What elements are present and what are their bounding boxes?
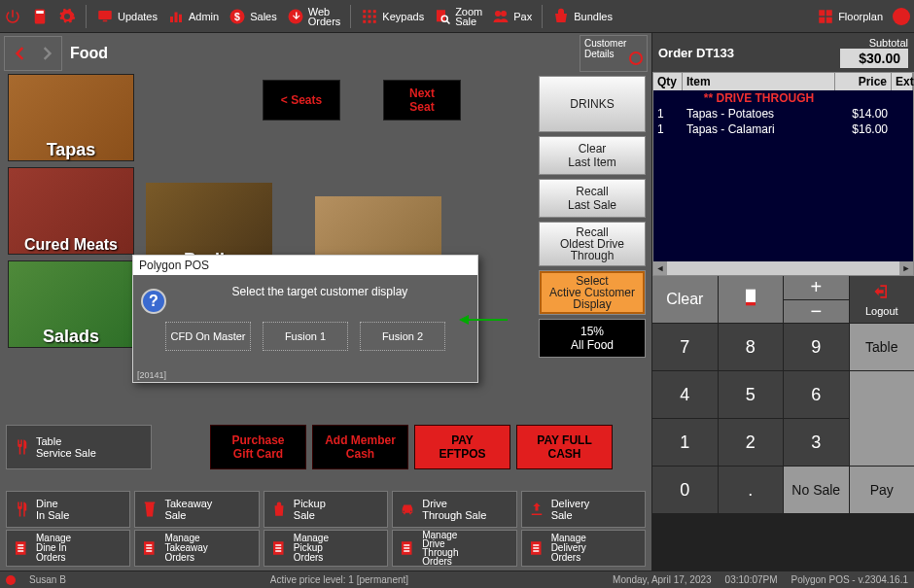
discount-15-button[interactable]: 15% All Food [539,319,646,358]
keypads-menu[interactable]: Keypads [361,8,424,25]
power-button[interactable] [4,8,21,25]
top-menu: Updates Admin $Sales Web Orders Keypads … [0,0,914,33]
manage-pickup-button[interactable]: Manage Pickup Orders [264,530,388,567]
keypads-label: Keypads [382,11,424,22]
recall-last-sale-button[interactable]: Recall Last Sale [539,179,646,218]
key-2[interactable]: 2 [719,419,784,466]
order-panel: Order DT133 Subtotal $30.00 Qty Item Pri… [651,33,914,571]
web-orders-menu[interactable]: Web Orders [287,7,341,26]
key-1[interactable]: 1 [652,419,718,466]
svg-rect-34 [746,302,756,305]
record-button[interactable] [893,8,910,25]
pickup-sale-button[interactable]: Pickup Sale [264,491,388,528]
manage-drive-button[interactable]: Manage Drive Through Orders [392,530,516,567]
key-6[interactable]: 6 [784,371,849,418]
updates-label: Updates [118,11,158,22]
select-display-dialog: Polygon POS ? Select the target customer… [132,255,478,383]
table-row[interactable]: 1Tapas - Calamari$16.00 [653,121,913,137]
delivery-sale-button[interactable]: Delivery Sale [521,491,646,528]
svg-line-21 [447,20,450,23]
svg-rect-10 [364,10,367,13]
list-icon [528,539,545,557]
key-9[interactable]: 9 [784,324,849,370]
admin-label: Admin [189,11,219,22]
sales-menu[interactable]: $Sales [228,8,277,25]
scroll-left-icon[interactable]: ◄ [653,261,667,275]
subtotal-amount: $30.00 [840,49,908,68]
fusion-2-button[interactable]: Fusion 2 [360,322,445,351]
drive-through-sale-button[interactable]: Drive Through Sale [392,491,516,528]
table-service-sale-button[interactable]: Table Service Sale [6,425,152,469]
bundles-menu[interactable]: Bundles [552,8,613,25]
svg-rect-26 [819,17,825,22]
key-7[interactable]: 7 [652,324,718,370]
scroll-right-icon[interactable]: ► [899,261,913,275]
next-seat-button[interactable]: Next Seat [383,80,461,121]
svg-rect-14 [369,15,371,17]
qty-minus[interactable]: − [784,300,849,324]
takeaway-sale-button[interactable]: Takeaway Sale [134,491,259,528]
no-sale-button[interactable]: No Sale [784,467,849,513]
admin-menu[interactable]: Admin [167,8,219,25]
blank-button[interactable] [850,371,915,466]
category-nav [4,36,62,71]
list-icon [13,539,30,557]
clear-last-item-button[interactable]: Clear Last Item [539,136,646,175]
key-5[interactable]: 5 [719,371,784,418]
pax-label: Pax [513,11,532,22]
updates-menu[interactable]: Updates [96,8,158,25]
key-8[interactable]: 8 [719,324,784,370]
svg-rect-2 [98,11,112,19]
customer-details-button[interactable]: Customer Details [580,35,648,72]
pay-button[interactable]: Pay [850,467,915,513]
svg-rect-3 [103,19,108,21]
logout-button[interactable]: Logout [850,276,915,323]
col-ext: Ext [892,73,913,90]
key-dot[interactable]: . [719,467,784,513]
floorplan-menu[interactable]: Floorplan [817,8,883,25]
key-4[interactable]: 4 [652,371,718,418]
prev-seat-button[interactable]: < Seats [263,80,340,121]
payment-row: Purchase Gift Card Add Member Cash PAY E… [210,425,613,469]
key-3[interactable]: 3 [784,419,849,466]
clear-button[interactable]: Clear [652,276,718,323]
cup-icon [141,501,158,518]
h-scrollbar[interactable]: ◄► [653,261,913,275]
qty-plus-minus[interactable]: +− [784,276,849,323]
dine-in-sale-button[interactable]: Dine In Sale [6,491,130,528]
manage-dine-in-button[interactable]: Manage Dine In Orders [6,530,130,567]
nav-back[interactable] [5,37,33,70]
svg-rect-18 [373,19,376,22]
fusion-1-button[interactable]: Fusion 1 [263,322,348,351]
gift-card-button[interactable]: Purchase Gift Card [210,425,306,469]
table-row[interactable]: 1Tapas - Potatoes$14.00 [653,106,913,121]
manage-takeaway-button[interactable]: Manage Takeaway Orders [134,530,259,567]
status-version: Polygon POS - v.2304.16.1 [791,574,908,585]
sales-label: Sales [250,11,277,22]
download-icon [287,8,304,25]
pay-eftpos-button[interactable]: PAY EFTPOS [414,425,510,469]
status-time: 03:10:07PM [725,574,778,585]
zoom-sale-menu[interactable]: Zoom Sale [434,7,482,26]
pax-menu[interactable]: Pax [492,8,532,25]
svg-rect-6 [179,14,182,21]
svg-rect-17 [369,19,371,22]
recall-oldest-drive-button[interactable]: Recall Oldest Drive Through [539,222,646,266]
nav-forward[interactable] [33,37,61,70]
list-icon [141,539,158,557]
pay-full-cash-button[interactable]: PAY FULL CASH [516,425,613,469]
calculator-button[interactable] [31,8,49,25]
food-tile-tapas[interactable]: Tapas [8,74,134,161]
food-tile-cured-meats[interactable]: Cured Meats [8,167,134,255]
select-active-display-button[interactable]: Select Active Customer Display [539,270,646,315]
cfd-on-master-button[interactable]: CFD On Master [165,322,251,351]
table-button[interactable]: Table [850,324,915,370]
add-member-cash-button[interactable]: Add Member Cash [312,425,408,469]
key-0[interactable]: 0 [652,467,718,513]
settings-button[interactable] [58,8,76,25]
qty-plus[interactable]: + [784,276,849,300]
manage-delivery-button[interactable]: Manage Delivery Orders [521,530,646,567]
drinks-button[interactable]: DRINKS [539,76,646,132]
receipt-button[interactable] [719,276,784,323]
food-tile-salads[interactable]: Salads [8,260,134,348]
